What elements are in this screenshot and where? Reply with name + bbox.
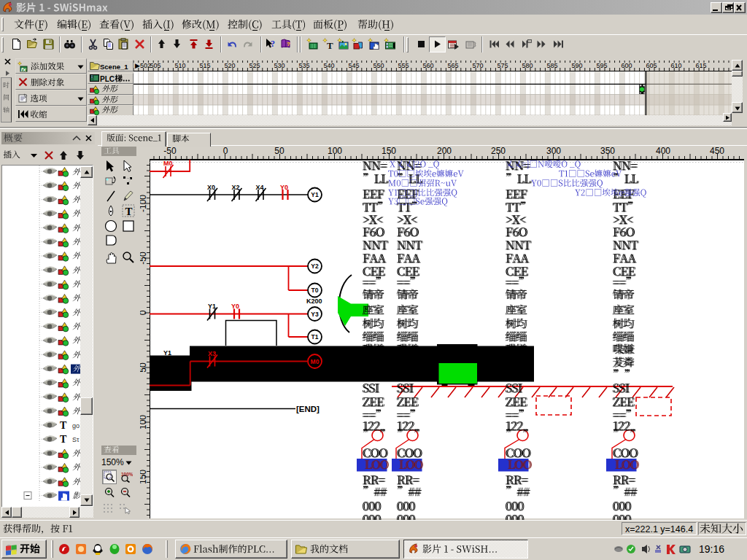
svg-text:350: 350 bbox=[600, 147, 615, 156]
svg-text:Y0: Y0 bbox=[280, 184, 288, 191]
svg-text:-100: -100 bbox=[140, 195, 148, 212]
svg-text:565: 565 bbox=[447, 62, 458, 69]
svg-text:535: 535 bbox=[298, 62, 309, 69]
svg-text:T1: T1 bbox=[311, 333, 319, 341]
svg-text:300: 300 bbox=[546, 147, 561, 156]
svg-text:100: 100 bbox=[328, 147, 342, 156]
svg-text:T: T bbox=[60, 434, 67, 445]
svg-text:T0: T0 bbox=[311, 287, 319, 294]
svg-text:600: 600 bbox=[621, 62, 632, 69]
svg-text:550: 550 bbox=[373, 62, 384, 69]
svg-text:M0: M0 bbox=[163, 160, 173, 167]
svg-text:X0: X0 bbox=[207, 184, 215, 191]
svg-text:0: 0 bbox=[223, 147, 228, 156]
svg-text:Y2: Y2 bbox=[311, 262, 319, 270]
svg-text:510: 510 bbox=[174, 62, 185, 69]
svg-text:Y0: Y0 bbox=[231, 303, 239, 310]
svg-text:?: ? bbox=[287, 41, 290, 47]
svg-text:585: 585 bbox=[546, 62, 557, 69]
svg-text:X2: X2 bbox=[232, 184, 240, 191]
svg-text:570: 570 bbox=[472, 62, 483, 69]
svg-text:X4: X4 bbox=[256, 184, 264, 191]
svg-text:gο: gο bbox=[72, 422, 80, 429]
svg-text:615: 615 bbox=[695, 62, 706, 69]
svg-text:0: 0 bbox=[140, 310, 148, 315]
svg-text:515: 515 bbox=[199, 62, 210, 69]
svg-text:580: 580 bbox=[522, 62, 533, 69]
svg-text:Sτ: Sτ bbox=[72, 436, 80, 443]
svg-text:fx: fx bbox=[21, 66, 27, 73]
svg-text:-50: -50 bbox=[163, 147, 177, 156]
svg-text:595: 595 bbox=[596, 62, 607, 69]
svg-text:50: 50 bbox=[140, 362, 148, 373]
svg-text:T: T bbox=[327, 40, 333, 50]
svg-text:150: 150 bbox=[140, 470, 148, 484]
svg-text:555: 555 bbox=[398, 62, 409, 69]
svg-text:525: 525 bbox=[249, 62, 260, 69]
svg-text:▶502: ▶502 bbox=[135, 62, 151, 69]
svg-text:150: 150 bbox=[382, 147, 396, 156]
svg-text:605: 605 bbox=[646, 62, 657, 69]
svg-text:X3: X3 bbox=[208, 350, 216, 357]
svg-text:Y3: Y3 bbox=[311, 311, 319, 318]
svg-text:530: 530 bbox=[274, 62, 285, 69]
svg-text:Y1: Y1 bbox=[311, 191, 319, 198]
svg-text:545: 545 bbox=[348, 62, 359, 69]
svg-text:200: 200 bbox=[437, 147, 452, 156]
svg-text:450: 450 bbox=[710, 147, 724, 156]
svg-text:T: T bbox=[125, 206, 133, 217]
svg-text:540: 540 bbox=[323, 62, 334, 69]
svg-text:50: 50 bbox=[274, 147, 285, 156]
svg-text:100: 100 bbox=[140, 415, 148, 429]
svg-text:[END]: [END] bbox=[296, 405, 320, 413]
svg-text:520: 520 bbox=[224, 62, 235, 69]
svg-text:250: 250 bbox=[491, 147, 506, 156]
svg-text:400: 400 bbox=[656, 147, 670, 156]
svg-text:?: ? bbox=[271, 39, 275, 49]
svg-text:Y1: Y1 bbox=[208, 303, 216, 310]
svg-text:T: T bbox=[60, 420, 67, 431]
svg-text:505: 505 bbox=[150, 62, 160, 69]
svg-text:Y1: Y1 bbox=[163, 349, 171, 357]
svg-text:610: 610 bbox=[670, 62, 681, 69]
svg-text:M0: M0 bbox=[311, 358, 320, 365]
svg-text:590: 590 bbox=[571, 62, 582, 69]
svg-text:575: 575 bbox=[497, 62, 508, 69]
svg-text:560: 560 bbox=[422, 62, 433, 69]
svg-text:-50: -50 bbox=[140, 252, 148, 265]
svg-text:K200: K200 bbox=[306, 298, 322, 305]
